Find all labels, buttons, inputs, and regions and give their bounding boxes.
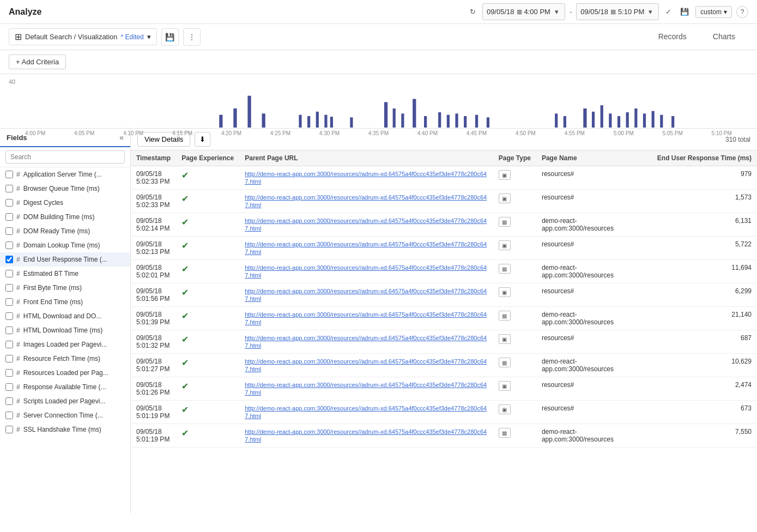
- field-checkbox[interactable]: [5, 327, 13, 334]
- page-type-calendar-icon: ▦: [499, 217, 511, 227]
- cell-url[interactable]: http://demo-react-app.com:3000/resources…: [239, 401, 493, 424]
- tab-records[interactable]: Records: [645, 28, 700, 46]
- more-options-button[interactable]: ⋮: [183, 28, 201, 46]
- cell-url[interactable]: http://demo-react-app.com:3000/resources…: [239, 354, 493, 377]
- field-checkbox[interactable]: [5, 185, 13, 192]
- field-checkbox[interactable]: [5, 171, 13, 178]
- help-icon[interactable]: ?: [736, 6, 748, 18]
- cell-url[interactable]: http://demo-react-app.com:3000/resources…: [239, 213, 493, 237]
- url-link[interactable]: http://demo-react-app.com:3000/resources…: [245, 382, 487, 396]
- url-link[interactable]: http://demo-react-app.com:3000/resources…: [245, 194, 487, 208]
- field-checkbox[interactable]: [5, 284, 13, 292]
- field-checkbox[interactable]: [5, 412, 13, 419]
- cell-page-name: resources#: [536, 166, 652, 190]
- url-link[interactable]: http://demo-react-app.com:3000/resources…: [245, 288, 487, 302]
- cell-url[interactable]: http://demo-react-app.com:3000/resources…: [239, 330, 493, 354]
- field-checkbox[interactable]: [5, 341, 13, 348]
- url-link[interactable]: http://demo-react-app.com:3000/resources…: [245, 264, 487, 279]
- url-link[interactable]: http://demo-react-app.com:3000/resources…: [245, 428, 487, 443]
- field-item[interactable]: # SSL Handshake Time (ms): [0, 422, 130, 437]
- field-item[interactable]: # Application Server Time (...: [0, 167, 130, 182]
- field-item[interactable]: # Front End Time (ms): [0, 295, 130, 309]
- url-link[interactable]: http://demo-react-app.com:3000/resources…: [245, 171, 487, 185]
- tab-charts[interactable]: Charts: [700, 28, 748, 46]
- field-item[interactable]: # Domain Lookup Time (ms): [0, 238, 130, 252]
- field-name-label: Browser Queue Time (ms): [23, 185, 100, 192]
- field-item[interactable]: # DOM Ready Time (ms): [0, 224, 130, 238]
- table-row[interactable]: 09/05/185:02:33 PM ✔ http://demo-react-a…: [131, 166, 757, 190]
- cell-url[interactable]: http://demo-react-app.com:3000/resources…: [239, 166, 493, 190]
- url-link[interactable]: http://demo-react-app.com:3000/resources…: [245, 217, 487, 232]
- field-item[interactable]: # Server Connection Time (...: [0, 408, 130, 422]
- table-row[interactable]: 09/05/185:01:19 PM ✔ http://demo-react-a…: [131, 401, 757, 424]
- date-end-box[interactable]: 09/05/18 ▦ 5:10 PM ▾: [576, 3, 659, 20]
- table-row[interactable]: 09/05/185:01:26 PM ✔ http://demo-react-a…: [131, 377, 757, 401]
- table-row[interactable]: 09/05/185:02:14 PM ✔ http://demo-react-a…: [131, 213, 757, 237]
- field-item[interactable]: # First Byte Time (ms): [0, 281, 130, 295]
- field-checkbox[interactable]: [5, 355, 13, 362]
- field-item[interactable]: # Digest Cycles: [0, 196, 130, 210]
- refresh-icon[interactable]: ↻: [468, 5, 478, 18]
- url-link[interactable]: http://demo-react-app.com:3000/resources…: [245, 335, 487, 349]
- field-checkbox[interactable]: [5, 426, 13, 433]
- field-checkbox[interactable]: [5, 227, 13, 235]
- table-row[interactable]: 09/05/185:01:19 PM ✔ http://demo-react-a…: [131, 424, 757, 448]
- cell-url[interactable]: http://demo-react-app.com:3000/resources…: [239, 377, 493, 401]
- search-vis-button[interactable]: ⊞ Default Search / Visualization * Edite…: [9, 28, 157, 45]
- custom-button[interactable]: custom ▾: [695, 6, 732, 18]
- table-row[interactable]: 09/05/185:01:32 PM ✔ http://demo-react-a…: [131, 330, 757, 354]
- field-checkbox[interactable]: [5, 241, 13, 249]
- cell-url[interactable]: http://demo-react-app.com:3000/resources…: [239, 307, 493, 330]
- field-item[interactable]: # Response Available Time (...: [0, 380, 130, 394]
- x-label-11: 4:55 PM: [565, 130, 585, 136]
- field-checkbox[interactable]: [5, 383, 13, 391]
- date-start-box[interactable]: 09/05/18 ▦ 4:00 PM ▾: [482, 3, 565, 20]
- cell-url[interactable]: http://demo-react-app.com:3000/resources…: [239, 260, 493, 283]
- cell-url[interactable]: http://demo-react-app.com:3000/resources…: [239, 424, 493, 448]
- cell-page-name: resources#: [536, 401, 652, 424]
- field-checkbox[interactable]: [5, 298, 13, 306]
- cell-url[interactable]: http://demo-react-app.com:3000/resources…: [239, 237, 493, 260]
- field-checkbox[interactable]: [5, 397, 13, 405]
- field-checkbox[interactable]: [5, 213, 13, 221]
- field-item[interactable]: # Resources Loaded per Pag...: [0, 366, 130, 380]
- field-item[interactable]: # Scripts Loaded per Pagevi...: [0, 394, 130, 408]
- field-checkbox[interactable]: [5, 369, 13, 377]
- cell-timestamp: 09/05/185:01:56 PM: [131, 283, 176, 307]
- field-item[interactable]: # Estimated BT Time: [0, 267, 130, 281]
- field-checkbox[interactable]: [5, 270, 13, 277]
- cell-url[interactable]: http://demo-react-app.com:3000/resources…: [239, 283, 493, 307]
- field-checkbox[interactable]: [5, 312, 13, 320]
- add-criteria-button[interactable]: + Add Criteria: [9, 55, 66, 69]
- table-row[interactable]: 09/05/185:02:01 PM ✔ http://demo-react-a…: [131, 260, 757, 283]
- search-vis-label: Default Search / Visualization: [25, 33, 118, 41]
- checkmark-icon[interactable]: ✓: [663, 5, 674, 18]
- time-end-chevron[interactable]: ▾: [646, 5, 655, 18]
- field-checkbox[interactable]: [5, 199, 13, 207]
- table-row[interactable]: 09/05/185:01:27 PM ✔ http://demo-react-a…: [131, 354, 757, 377]
- date-end-value: 09/05/18: [580, 8, 608, 16]
- url-link[interactable]: http://demo-react-app.com:3000/resources…: [245, 241, 487, 255]
- fields-search-input[interactable]: [5, 150, 125, 164]
- field-item[interactable]: # DOM Building Time (ms): [0, 210, 130, 224]
- table-row[interactable]: 09/05/185:01:56 PM ✔ http://demo-react-a…: [131, 283, 757, 307]
- field-item[interactable]: # End User Response Time (...: [0, 252, 130, 267]
- url-link[interactable]: http://demo-react-app.com:3000/resources…: [245, 358, 487, 372]
- table-row[interactable]: 09/05/185:02:13 PM ✔ http://demo-react-a…: [131, 237, 757, 260]
- cell-page-type: ▦: [493, 260, 536, 283]
- cell-url[interactable]: http://demo-react-app.com:3000/resources…: [239, 190, 493, 213]
- field-item[interactable]: # Images Loaded per Pagevi...: [0, 337, 130, 352]
- time-start-chevron[interactable]: ▾: [553, 5, 561, 18]
- table-row[interactable]: 09/05/185:02:33 PM ✔ http://demo-react-a…: [131, 190, 757, 213]
- experience-check-icon: ✔: [181, 382, 189, 391]
- table-row[interactable]: 09/05/185:01:39 PM ✔ http://demo-react-a…: [131, 307, 757, 330]
- field-item[interactable]: # Browser Queue Time (ms): [0, 182, 130, 196]
- field-checkbox[interactable]: [5, 256, 13, 263]
- url-link[interactable]: http://demo-react-app.com:3000/resources…: [245, 405, 487, 419]
- field-item[interactable]: # HTML Download Time (ms): [0, 323, 130, 337]
- field-item[interactable]: # Resource Fetch Time (ms): [0, 352, 130, 366]
- save-toolbar-button[interactable]: 💾: [161, 28, 179, 46]
- url-link[interactable]: http://demo-react-app.com:3000/resources…: [245, 311, 487, 325]
- save-header-icon[interactable]: 💾: [678, 5, 691, 18]
- field-item[interactable]: # HTML Download and DO...: [0, 309, 130, 323]
